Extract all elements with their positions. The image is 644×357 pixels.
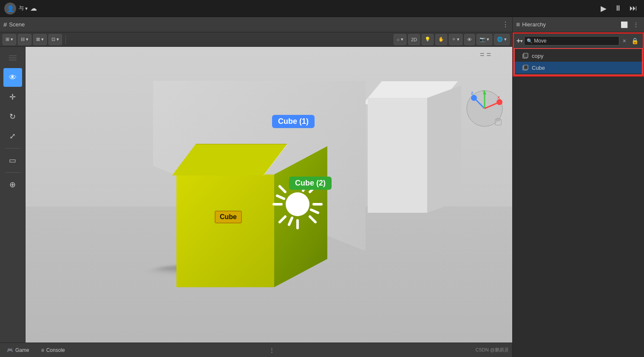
scene-bottom-bar: 🎮 Game ≡ Console ⋮ CSDN @鹏易灵 — [0, 343, 512, 357]
eye-tool-button[interactable]: 👁 — [3, 68, 22, 87]
svg-line-6 — [310, 217, 315, 222]
scene-tab-label: Scene — [9, 21, 25, 28]
game-label: Game — [15, 347, 29, 353]
add-chevron-icon: ▾ — [520, 39, 522, 43]
clear-icon: × — [623, 37, 626, 44]
grid-chevron: ▾ — [26, 37, 28, 42]
svg-line-9 — [277, 196, 284, 199]
console-label: Console — [46, 347, 65, 353]
toolbar-circle-button[interactable]: ○ ▾ — [394, 34, 406, 45]
circle-chevron: ▾ — [401, 37, 403, 42]
hierarchy-add-button[interactable]: + ▾ — [516, 37, 522, 45]
scale-tool-icon: ⤢ — [9, 131, 16, 141]
hierarchy-tab: ≡ Hierarchy — [516, 21, 616, 29]
step-button[interactable]: ⏭ — [627, 3, 640, 14]
camera-chevron: ▾ — [487, 37, 489, 42]
toolbar-transform-button[interactable]: ⊞ ▾ — [3, 34, 16, 45]
svg-line-12 — [289, 218, 292, 225]
lock-icon: 🔒 — [631, 37, 638, 44]
scene-viewport[interactable]: Cube (1) Cube (2) Cube Z — [26, 47, 512, 343]
hierarchy-header: ≡ Hierarchy ⬜ ⋮ — [513, 17, 644, 32]
move-tool-icon: ✛ — [9, 92, 16, 102]
pause-icon: ⏸ — [614, 4, 622, 12]
white-cube — [368, 81, 453, 208]
yellow-cube-front — [176, 174, 274, 287]
toolbar-globe-button[interactable]: 🌐 ▾ — [494, 34, 510, 45]
svg-text:X: X — [497, 95, 500, 100]
cube-item-label: Cube — [532, 65, 545, 71]
cube-label: Cube — [215, 211, 242, 223]
copy-item-label: copy — [532, 53, 543, 59]
search-icon: 🔍 — [527, 38, 533, 44]
step-icon: ⏭ — [630, 4, 637, 12]
svg-line-10 — [311, 210, 318, 213]
svg-line-8 — [280, 217, 285, 222]
transform-chevron: ▾ — [11, 37, 13, 42]
avatar-button[interactable]: 👤 — [4, 3, 16, 14]
rect-tool-icon: ▭ — [9, 156, 16, 165]
cloud-icon: ☁ — [30, 5, 37, 12]
add-icon: + — [516, 37, 520, 45]
layout-icon: ⊡ — [51, 37, 55, 42]
rect-tool-button[interactable]: ▭ — [3, 151, 22, 170]
brand-label: CSDN @鹏易灵 — [476, 347, 509, 353]
toolbar-eye-button[interactable]: 👁 — [464, 34, 475, 45]
game-tab[interactable]: 🎮 Game — [3, 346, 33, 355]
move-tool-button[interactable]: ✛ — [3, 88, 22, 106]
transform2-tool-button[interactable]: ⊕ — [3, 175, 22, 194]
play-button[interactable]: ▶ — [598, 3, 609, 14]
bottom-more-button[interactable]: ⋮ — [269, 347, 275, 353]
grid-icon: ⊟ — [21, 37, 25, 42]
svg-rect-26 — [524, 53, 528, 57]
viewport-gizmo: Z Y X — [465, 89, 504, 128]
hierarchy-item-copy[interactable]: copy — [515, 50, 642, 62]
hierarchy-lock-button[interactable]: 🔒 — [630, 37, 640, 44]
hierarchy-item-cube[interactable]: Cube — [515, 62, 642, 74]
cube1-label: Cube (1) — [272, 115, 315, 128]
top-bar: 👤 与 ▾ ☁ ▶ ⏸ ⏭ — [0, 0, 644, 17]
pause-button[interactable]: ⏸ — [612, 3, 624, 14]
game-icon: 🎮 — [7, 347, 13, 353]
copy-item-icon — [522, 52, 529, 60]
toolbar-snap-button[interactable]: ⊠ ▾ — [33, 34, 47, 45]
search-container: 🔍 — [524, 36, 619, 46]
scene-more-button[interactable]: ⋮ — [502, 20, 509, 29]
transform2-tool-icon: ⊕ — [9, 180, 16, 189]
toolbar-hand-button[interactable]: ✋ — [435, 34, 447, 45]
scale-tool-button[interactable]: ⤢ — [3, 127, 22, 146]
main-layout: # Scene ⋮ ⊞ ▾ ⊟ ▾ ⊠ ▾ ⊡ ▾ — [0, 17, 644, 357]
play-icon: ▶ — [601, 4, 607, 13]
play-controls: ▶ ⏸ ⏭ — [598, 3, 640, 14]
svg-point-0 — [286, 192, 309, 216]
scene-tab-icon: # — [3, 21, 7, 28]
toolbar-2d-button[interactable]: 2D — [408, 34, 420, 45]
toolbar-sep-1 — [5, 148, 20, 149]
rotate-tool-button[interactable]: ↻ — [3, 107, 22, 126]
hierarchy-search-bar: + ▾ 🔍 × 🔒 — [514, 34, 643, 49]
toolbar-divider — [65, 35, 66, 44]
viewport-menu-dots: = = — [480, 50, 491, 59]
toolbar-layout-button[interactable]: ⊡ ▾ — [48, 34, 62, 45]
svg-point-15 — [471, 95, 477, 101]
layout-chevron: ▾ — [57, 37, 59, 42]
eye-tool-icon: 👁 — [9, 73, 17, 82]
snap-chevron: ▾ — [41, 37, 44, 42]
white-cube-left — [368, 98, 427, 213]
search-clear-button[interactable]: × — [621, 37, 628, 44]
console-tab[interactable]: ≡ Console — [38, 346, 68, 355]
hierarchy-more-button[interactable]: ⋮ — [631, 20, 641, 29]
toolbar-camera-button[interactable]: 📷 ▾ — [477, 34, 492, 45]
viewport-row: 👁 ✛ ↻ ⤢ ▭ ⊕ — [0, 47, 512, 343]
hierarchy-tab-icon: ≡ — [516, 21, 520, 29]
hierarchy-search-input[interactable] — [524, 36, 619, 46]
circle-icon: ○ — [397, 37, 400, 42]
cloud-button[interactable]: ☁ — [30, 4, 37, 12]
toolbar-grid-button[interactable]: ⊟ ▾ — [18, 34, 31, 45]
account-button[interactable]: 与 ▾ — [19, 5, 28, 12]
scene-header: # Scene ⋮ — [0, 17, 512, 32]
toolbar-light-button[interactable]: 💡 — [422, 34, 434, 45]
left-toolbar: 👁 ✛ ↻ ⤢ ▭ ⊕ — [0, 47, 26, 343]
toolbar-effects-button[interactable]: ✧ ▾ — [449, 34, 462, 45]
hamburger-button[interactable] — [3, 49, 22, 67]
hierarchy-maximize-button[interactable]: ⬜ — [619, 20, 630, 29]
